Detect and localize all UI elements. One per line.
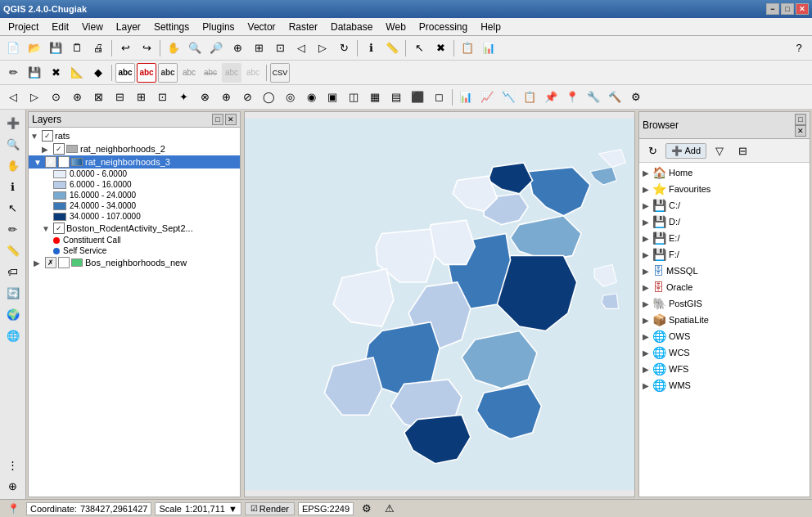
layer-bos-edit-checkbox[interactable]: [58, 257, 70, 268]
browser-item-wms[interactable]: ▶ 🌐 WMS: [639, 377, 810, 393]
menu-database[interactable]: Database: [324, 20, 379, 34]
tool15-button[interactable]: ◉: [301, 88, 321, 107]
tool17-button[interactable]: ◫: [344, 88, 363, 107]
zoom-in-button[interactable]: 🔍: [185, 38, 205, 58]
browser-item-oracle[interactable]: ▶ 🗄 Oracle: [639, 279, 810, 295]
browser-item-wfs[interactable]: ▶ 🌐 WFS: [639, 361, 810, 377]
menu-plugins[interactable]: Plugins: [196, 20, 241, 34]
zoom-selection-button[interactable]: ⊡: [270, 38, 290, 58]
menu-layer[interactable]: Layer: [110, 20, 147, 34]
browser-restore-button[interactable]: □: [795, 114, 806, 125]
maximize-button[interactable]: □: [781, 3, 794, 15]
zoom-next-button[interactable]: ▷: [313, 38, 332, 58]
menu-project[interactable]: Project: [2, 20, 45, 34]
tool4-button[interactable]: ⊛: [67, 88, 87, 107]
select-side[interactable]: ↖: [3, 198, 23, 218]
menu-view[interactable]: View: [75, 20, 110, 34]
tool21-button[interactable]: ◻: [429, 88, 449, 107]
menu-processing[interactable]: Processing: [413, 20, 474, 34]
identify-button[interactable]: ℹ: [361, 38, 381, 58]
tool13-button[interactable]: ◯: [259, 88, 278, 107]
print-button[interactable]: 🖨: [88, 38, 108, 58]
node-tool-button[interactable]: ◆: [88, 63, 108, 83]
redo-button[interactable]: ↪: [137, 38, 156, 58]
layer-rat-neighborhoods-2[interactable]: ▶ rat_neighborhoods_2: [29, 142, 240, 155]
tool25-button[interactable]: 📋: [520, 88, 539, 107]
rotate-side[interactable]: 🔄: [3, 283, 23, 303]
tool11-button[interactable]: ⊕: [216, 88, 236, 107]
tool5-button[interactable]: ⊠: [88, 88, 108, 107]
label-abc1-button[interactable]: abc: [115, 63, 135, 83]
minimize-button[interactable]: −: [766, 3, 779, 15]
map-area[interactable]: [244, 111, 635, 497]
scale-dropdown-icon[interactable]: ▼: [228, 504, 237, 514]
close-button[interactable]: ✕: [796, 3, 809, 15]
browser-item-postgis[interactable]: ▶ 🐘 PostGIS: [639, 295, 810, 312]
browser-item-f[interactable]: ▶ 💾 F:/: [639, 246, 810, 263]
browser-collapse-button[interactable]: ⊟: [733, 141, 752, 160]
tool8-button[interactable]: ⊡: [152, 88, 172, 107]
tool18-button[interactable]: ▦: [365, 88, 385, 107]
label-abc2-button[interactable]: abc: [137, 63, 156, 83]
browser-item-e[interactable]: ▶ 💾 E:/: [639, 230, 810, 246]
layers-restore-button[interactable]: □: [212, 114, 223, 125]
zoom-layer-button[interactable]: ⊞: [249, 38, 268, 58]
render-checkbox[interactable]: ☑: [250, 504, 258, 513]
tool24-button[interactable]: 📉: [498, 88, 518, 107]
pan-side[interactable]: ✋: [3, 155, 23, 175]
layer-rat-neighborhoods-3[interactable]: ▼ ✗ rat_neighborhoods_3: [29, 155, 240, 169]
save-as-button[interactable]: 🗒: [67, 38, 87, 58]
browser-close-button[interactable]: ✕: [795, 125, 806, 137]
tool23-button[interactable]: 📈: [477, 88, 497, 107]
zoom-out-button[interactable]: 🔎: [206, 38, 226, 58]
globe1-side[interactable]: 🌍: [3, 304, 23, 324]
tool19-button[interactable]: ▤: [386, 88, 406, 107]
tool30-button[interactable]: ⚙: [626, 88, 646, 107]
open-project-button[interactable]: 📂: [25, 38, 44, 58]
edit-side[interactable]: ✏: [3, 219, 23, 239]
pan-map-button[interactable]: ✋: [164, 38, 183, 58]
tool6-button[interactable]: ⊟: [110, 88, 129, 107]
tool27-button[interactable]: 📍: [562, 88, 582, 107]
tool10-button[interactable]: ⊗: [195, 88, 214, 107]
label-side[interactable]: 🏷: [3, 262, 23, 281]
layer-boston-checkbox[interactable]: [53, 223, 65, 234]
tool7-button[interactable]: ⊞: [131, 88, 151, 107]
menu-settings[interactable]: Settings: [147, 20, 196, 34]
zoom-prev-button[interactable]: ◁: [291, 38, 311, 58]
layer-rn3-edit-checkbox[interactable]: [58, 156, 70, 168]
browser-item-home[interactable]: ▶ 🏠 Home: [639, 164, 810, 181]
layer-rn3-vis-checkbox[interactable]: ✗: [45, 156, 56, 168]
csv-button[interactable]: CSV: [270, 63, 290, 83]
add-layer-button[interactable]: ➕: [3, 113, 23, 133]
tool26-button[interactable]: 📌: [541, 88, 561, 107]
browser-filter-button[interactable]: ▽: [710, 141, 729, 160]
layer-rats[interactable]: ▼ rats: [29, 129, 240, 142]
zoom-full-button[interactable]: ⊕: [228, 38, 247, 58]
select-button[interactable]: ↖: [409, 38, 429, 58]
menu-web[interactable]: Web: [379, 20, 412, 34]
browser-item-d[interactable]: ▶ 💾 D:/: [639, 214, 810, 230]
tool29-button[interactable]: 🔨: [605, 88, 625, 107]
label-abc3-button[interactable]: abc: [158, 63, 178, 83]
tool16-button[interactable]: ▣: [323, 88, 342, 107]
menu-raster[interactable]: Raster: [282, 20, 324, 34]
layer-bos-neighborhoods-new[interactable]: ▶ ✗ Bos_neighborhoods_new: [29, 256, 240, 269]
tool9-button[interactable]: ✦: [174, 88, 193, 107]
menu-edit[interactable]: Edit: [45, 20, 75, 34]
layer-boston-rodent[interactable]: ▼ Boston_RodentActivity_Sept2...: [29, 222, 240, 235]
browser-add-button[interactable]: ➕ Add: [665, 143, 706, 159]
globe2-side[interactable]: 🌐: [3, 326, 23, 345]
browser-item-spatialite[interactable]: ▶ 📦 SpatiaLite: [639, 312, 810, 328]
measure-side[interactable]: 📏: [3, 241, 23, 260]
zoom-in-side[interactable]: 🔍: [3, 134, 23, 154]
forward-button[interactable]: ▷: [25, 88, 44, 107]
save-project-button[interactable]: 💾: [46, 38, 65, 58]
label-abc7-button[interactable]: abc: [243, 63, 263, 83]
new-project-button[interactable]: 📄: [3, 38, 23, 58]
browser-item-mssql[interactable]: ▶ 🗄 MSSQL: [639, 263, 810, 279]
tool20-button[interactable]: ⬛: [408, 88, 427, 107]
browser-item-c[interactable]: ▶ 💾 C:/: [639, 197, 810, 214]
layer-bos-vis-checkbox[interactable]: ✗: [45, 257, 56, 268]
save-edit-button[interactable]: 💾: [25, 63, 44, 83]
